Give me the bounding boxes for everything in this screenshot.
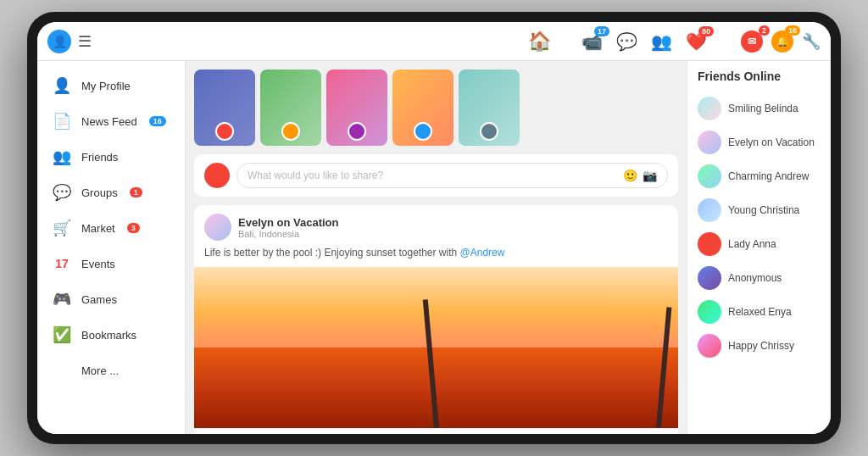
notifications-icon-wrap[interactable]: 📹 17	[581, 31, 603, 52]
main-content: 👤 My Profile 📄 News Feed 16 👥 Friends 💬 …	[37, 61, 831, 434]
post-card-1: Evelyn on Vacation Bali, Indonesia Life …	[194, 205, 678, 434]
friend-avatar-4	[698, 198, 721, 222]
friend-avatar-3	[698, 164, 721, 188]
camera-icon[interactable]: 📷	[643, 169, 657, 182]
more-icon	[51, 359, 73, 381]
top-nav: 👤 ☰ 🏠 📹 17 💬 👥 ❤️ 80	[37, 22, 831, 61]
post-1-author: Evelyn on Vacation	[238, 216, 339, 229]
sidebar-item-my-profile[interactable]: 👤 My Profile	[37, 68, 185, 103]
friend-name-3: Charming Andrew	[728, 170, 809, 182]
notif-badge: 17	[594, 26, 609, 36]
home-icon: 🏠	[528, 31, 551, 53]
friend-avatar-5	[698, 232, 721, 256]
post-1-header: Evelyn on Vacation Bali, Indonesia	[194, 205, 678, 246]
sidebar-label-groups: Groups	[81, 186, 118, 199]
mail-icon-wrap[interactable]: ✉ 2	[741, 31, 763, 53]
post-1-avatar	[204, 214, 231, 241]
sidebar-label-events: Events	[81, 258, 115, 270]
friends-panel: Friends Online Smiling Belinda Evelyn on…	[687, 61, 831, 434]
sidebar-item-games[interactable]: 🎮 Games	[37, 281, 185, 317]
compose-icons: 🙂 📷	[623, 169, 657, 182]
friend-item-happy-chrissy[interactable]: Happy Chrissy	[687, 329, 831, 363]
compose-box: What would you like to share? 🙂 📷	[194, 154, 678, 197]
sidebar-item-groups[interactable]: 💬 Groups 1	[37, 175, 185, 210]
friend-name-1: Smiling Belinda	[728, 103, 798, 114]
chat-icon-wrap[interactable]: 💬	[616, 31, 637, 52]
bookmarks-icon: ✅	[51, 324, 73, 346]
chat-bubble-icon: 💬	[616, 31, 637, 52]
hamburger-icon[interactable]: ☰	[78, 32, 92, 51]
screen: 👤 ☰ 🏠 📹 17 💬 👥 ❤️ 80	[37, 22, 831, 434]
sidebar-item-events[interactable]: 17 Events	[37, 246, 185, 281]
games-icon: 🎮	[51, 288, 73, 310]
feed: What would you like to share? 🙂 📷 Evelyn…	[186, 61, 687, 434]
friends-icon-wrap[interactable]: 👥	[651, 31, 672, 52]
compose-avatar	[204, 163, 230, 188]
sidebar-label-more: More ...	[81, 364, 119, 377]
newsfeed-icon: 📄	[51, 110, 73, 132]
friend-item-lady-anna[interactable]: Lady Anna	[687, 227, 831, 261]
market-icon: 🛒	[51, 217, 73, 239]
newsfeed-badge: 16	[149, 116, 166, 126]
sidebar-label-bookmarks: Bookmarks	[81, 329, 136, 342]
mail-badge: 2	[759, 25, 770, 36]
nav-right: ✉ 2 🔔 16 🔧	[741, 31, 821, 53]
friends-sidebar-icon: 👥	[51, 146, 73, 168]
friend-avatar-7	[698, 300, 721, 324]
friend-item-anonymous[interactable]: Anonymous	[687, 261, 831, 295]
friend-item-evelyn-vacation[interactable]: Evelyn on Vacation	[687, 125, 831, 159]
story-1[interactable]	[194, 70, 255, 146]
profile-icon: 👤	[51, 75, 73, 97]
alert-icon-wrap[interactable]: 🔔 16	[771, 31, 793, 53]
friend-name-5: Lady Anna	[728, 238, 776, 250]
groups-badge: 1	[130, 187, 142, 197]
friend-item-young-christina[interactable]: Young Christina	[687, 193, 831, 227]
likes-icon-wrap[interactable]: ❤️ 80	[686, 31, 707, 52]
post-1-meta: Evelyn on Vacation Bali, Indonesia	[238, 216, 339, 239]
sidebar-item-bookmarks[interactable]: ✅ Bookmarks	[37, 317, 185, 353]
friend-avatar-2	[698, 131, 721, 154]
friend-avatar-8	[698, 334, 721, 358]
post-1-mention[interactable]: @Andrew	[460, 247, 505, 259]
events-icon: 17	[51, 253, 73, 275]
tablet-frame: 👤 ☰ 🏠 📹 17 💬 👥 ❤️ 80	[27, 12, 841, 444]
market-badge: 3	[127, 223, 140, 233]
post-1-location: Bali, Indonesia	[238, 229, 339, 239]
groups-icon: 💬	[51, 181, 73, 203]
story-2[interactable]	[260, 70, 321, 146]
alert-badge: 16	[785, 25, 800, 36]
friend-name-7: Relaxed Enya	[728, 306, 792, 318]
compose-placeholder: What would you like to share?	[248, 170, 383, 181]
friend-name-2: Evelyn on Vacation	[728, 136, 815, 148]
sidebar-item-market[interactable]: 🛒 Market 3	[37, 210, 185, 246]
friend-item-smiling-belinda[interactable]: Smiling Belinda	[687, 92, 831, 125]
user-avatar[interactable]: 👤	[47, 30, 71, 53]
people-icon: 👥	[651, 31, 672, 52]
story-4[interactable]	[392, 70, 453, 146]
emoji-icon[interactable]: 🙂	[623, 169, 637, 182]
friend-avatar-6	[698, 266, 721, 290]
sidebar-label-market: Market	[81, 222, 115, 235]
post-1-image	[194, 267, 678, 428]
sidebar-item-news-feed[interactable]: 📄 News Feed 16	[37, 103, 185, 139]
sidebar-label-my-profile: My Profile	[81, 80, 131, 92]
sidebar-item-more[interactable]: More ...	[37, 353, 185, 388]
post-1-actions: ❤️ 37 people like this 💬 12 comments	[194, 428, 678, 434]
friend-name-8: Happy Chrissy	[728, 340, 794, 352]
sidebar-label-games: Games	[81, 293, 117, 306]
friend-name-4: Young Christina	[728, 204, 799, 216]
settings-wrench-icon[interactable]: 🔧	[802, 32, 821, 51]
story-5[interactable]	[459, 70, 520, 146]
sidebar-label-friends: Friends	[81, 151, 118, 164]
post-1-text: Life is better by the pool :) Enjoying s…	[194, 246, 678, 267]
home-nav-item[interactable]: 🏠	[528, 31, 551, 53]
sunset-sky	[194, 267, 678, 356]
sidebar-item-friends[interactable]: 👥 Friends	[37, 139, 185, 175]
sidebar: 👤 My Profile 📄 News Feed 16 👥 Friends 💬 …	[37, 61, 186, 434]
friend-avatar-1	[698, 97, 721, 120]
compose-input-area[interactable]: What would you like to share? 🙂 📷	[236, 163, 668, 188]
story-3[interactable]	[326, 70, 387, 146]
likes-badge: 80	[698, 26, 714, 36]
friend-item-charming-andrew[interactable]: Charming Andrew	[687, 159, 831, 193]
friend-item-relaxed-enya[interactable]: Relaxed Enya	[687, 295, 831, 329]
